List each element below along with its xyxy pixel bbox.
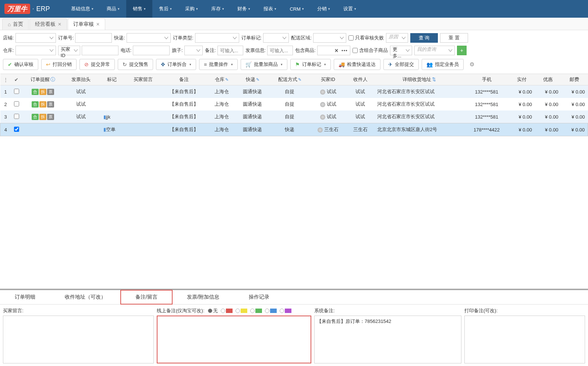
toolbar-button[interactable]: 👥指定业务员 (422, 59, 464, 70)
detail-tab[interactable]: 收件地址（可改） (50, 290, 121, 304)
flag-option[interactable] (235, 309, 247, 313)
toolbar-button[interactable]: 🚚检查快递送达 (334, 59, 380, 70)
nav-item[interactable]: 库存▾ (205, 0, 231, 18)
buyer-icon (318, 127, 323, 133)
orderno-input[interactable] (75, 33, 112, 43)
nav-item[interactable]: 销售▾ (126, 0, 152, 18)
row-checkbox[interactable] (14, 89, 19, 94)
info-icon[interactable]: ⓘ (50, 77, 55, 82)
only-fail-checkbox[interactable]: 只看审核失败 (348, 35, 384, 41)
tab-home[interactable]: ⌂ 首页 (2, 18, 29, 30)
logo: 万里牛 · ERP (4, 4, 50, 14)
table-row[interactable]: 3合拆票试试▮jjk【来自售后】上海仓圆通快递自提试试试试河北省石家庄市长安区试… (0, 110, 588, 123)
label-include-goods: 包含商品: (295, 47, 316, 54)
nav-item[interactable]: 基础信息▾ (64, 0, 100, 18)
more-select[interactable]: 更 多... (390, 46, 412, 55)
detail-tab[interactable]: 订单明细 (0, 290, 50, 304)
deliveryarea-select[interactable] (313, 33, 346, 43)
toolbar-button[interactable]: ↻提交预售 (118, 59, 153, 70)
nav-item[interactable]: 商品▾ (100, 0, 126, 18)
nav-item[interactable]: 分销▾ (311, 0, 337, 18)
tab-order-review[interactable]: 订单审核 ✕ (68, 18, 105, 30)
detail-panel: 订单明细收件地址（可改）备注/留言发票/附加信息操作记录 买家留言: 线上备注(… (0, 289, 588, 366)
detail-tabs: 订单明细收件地址（可改）备注/留言发票/附加信息操作记录 (0, 290, 588, 305)
column-handle-icon[interactable]: ⋮ (3, 77, 8, 82)
ordertype-select[interactable] (195, 33, 239, 43)
order-tags: 合拆票 (25, 89, 61, 95)
order-tags: 合拆票 (25, 114, 61, 120)
flag-option[interactable] (265, 309, 277, 313)
toolbar-button[interactable]: ✥订单拆合▾ (156, 59, 196, 70)
combo-checkbox[interactable]: 含组合子商品 (353, 47, 388, 54)
close-icon[interactable]: ✕ (96, 22, 100, 27)
row-checkbox[interactable] (14, 114, 19, 119)
label-flag: 旗子: (172, 47, 183, 54)
nav-item[interactable]: 售后▾ (152, 0, 178, 18)
detail-tab[interactable]: 操作记录 (234, 290, 284, 304)
edit-icon[interactable]: ✎ (298, 77, 301, 82)
edit-icon[interactable]: ✎ (225, 77, 229, 82)
toolbar-button[interactable]: ⊘提交异常 (79, 59, 115, 70)
remark-input[interactable] (217, 46, 243, 55)
buyer-msg-box[interactable] (3, 316, 154, 363)
label-warehouse: 仓库: (3, 47, 14, 54)
phone-input[interactable] (133, 46, 170, 55)
toolbar-icon: ✈ (388, 61, 393, 67)
invoice-input[interactable] (267, 46, 293, 55)
flag-option[interactable] (250, 309, 262, 313)
print-remark-box[interactable] (464, 316, 585, 363)
online-remark-box[interactable] (157, 316, 311, 363)
toolbar-icon: ✔ (8, 61, 12, 67)
my-query-select[interactable]: 我的查询 (414, 46, 455, 55)
include-goods-select[interactable]: ✕••• (317, 46, 350, 55)
clear-icon[interactable]: ✕ (333, 48, 340, 53)
nav-item[interactable]: 报表▾ (257, 0, 283, 18)
flag-option[interactable] (280, 309, 291, 313)
detail-tab[interactable]: 发票/附加信息 (172, 290, 234, 304)
toolbar-button[interactable]: ✔确认审核 (3, 59, 38, 70)
detail-tab[interactable]: 备注/留言 (121, 290, 172, 304)
shop-select[interactable] (15, 33, 56, 43)
check-all-icon[interactable]: ✔ (14, 77, 18, 82)
toolbar-button[interactable]: ✈全部提交 (383, 59, 419, 70)
toolbar-icon: 🚚 (339, 61, 345, 67)
flag-icon: ▮ (103, 127, 106, 132)
row-checkbox[interactable] (14, 101, 19, 106)
table-row[interactable]: 2合拆票试试【来自售后】上海仓圆通快递自提试试试试河北省石家庄市长安区试试132… (0, 98, 588, 110)
flag-option-none[interactable]: 无 (208, 307, 218, 314)
more-icon[interactable]: ••• (341, 48, 348, 53)
table-row[interactable]: 4▮空单【来自售后】上海仓圆通快递快递三生石三生石北京北京市东城区唐人街2号17… (0, 123, 588, 136)
add-button[interactable]: + (457, 46, 467, 55)
flag-option[interactable] (221, 309, 233, 313)
logo-suffix: ERP (36, 5, 50, 13)
nav-item[interactable]: CRM▾ (283, 0, 311, 18)
nav-item[interactable]: 设置▾ (337, 0, 363, 18)
sort-icon[interactable]: ⇅ (432, 77, 436, 82)
close-icon[interactable]: ✕ (58, 22, 61, 27)
label-phone: 电话: (121, 47, 132, 54)
warehouse-select[interactable] (15, 46, 56, 55)
query-button[interactable]: 查 询 (410, 33, 438, 43)
toolbar-icon: ↩ (46, 61, 50, 67)
buyerid-input[interactable] (82, 46, 118, 55)
express-select[interactable] (127, 33, 171, 43)
gear-icon[interactable]: ⚙ (467, 61, 477, 68)
reason-select[interactable]: 原因 (386, 33, 408, 43)
toolbar-button[interactable]: ≡批量操作▾ (199, 59, 238, 70)
buyerid-type-select[interactable]: 买家ID (58, 46, 80, 55)
toolbar-button[interactable]: ↩打回分销 (41, 59, 77, 70)
top-navbar: 万里牛 · ERP 基础信息▾商品▾销售▾售后▾采购▾库存▾财务▾报表▾CRM▾… (0, 0, 588, 18)
tab-dashboard[interactable]: 经营看板 ✕ (29, 18, 67, 30)
reset-button[interactable]: 重 置 (440, 33, 468, 43)
sys-remark-box[interactable]: 【来自售后】原订单：7856231542 (314, 316, 461, 363)
label-invoice: 发票信息: (245, 47, 266, 54)
nav-item[interactable]: 财务▾ (231, 0, 257, 18)
flag-select[interactable] (184, 46, 203, 55)
table-row[interactable]: 1合拆票试试【来自售后】上海仓圆通快递自提试试试试河北省石家庄市长安区试试132… (0, 85, 588, 98)
toolbar-button[interactable]: ⚑订单标记▾ (290, 59, 331, 70)
edit-icon[interactable]: ✎ (256, 77, 259, 82)
toolbar-button[interactable]: 🛒批量加商品▾ (241, 59, 287, 70)
ordermark-select[interactable] (263, 33, 289, 43)
nav-item[interactable]: 采购▾ (178, 0, 205, 18)
row-checkbox[interactable] (14, 127, 19, 132)
